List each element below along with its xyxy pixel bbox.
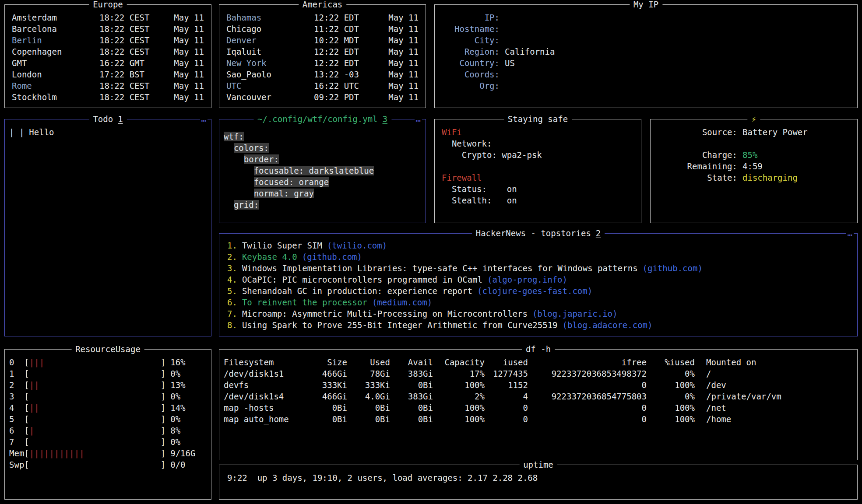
df-cell: 1152	[485, 379, 528, 391]
df-cell: 4	[485, 391, 528, 402]
bar-close-bracket: ]	[161, 403, 165, 413]
hn-story[interactable]: 4.OCaPIC: PIC microcontrollers programme…	[219, 274, 857, 285]
battery-field-label: State:	[651, 172, 737, 183]
panel-my-ip: My IP IP: Hostname: City: Region:Califor…	[434, 4, 858, 108]
config-line: focusable: darkslateblue	[219, 165, 426, 176]
hn-story-domain[interactable]: (github.com)	[302, 252, 362, 262]
hn-story-title[interactable]: Microamp: Asymmetric Multi-Processing on…	[242, 309, 528, 318]
hn-story-domain[interactable]: (blog.japaric.io)	[532, 309, 617, 318]
df-cell: /	[695, 368, 853, 379]
hn-story[interactable]: 1.Twilio Super SIM(twilio.com)	[219, 240, 857, 251]
resource-row: 4 [||]14%	[5, 402, 211, 413]
resource-label: 0	[9, 357, 24, 367]
hn-story-number: 2.	[227, 252, 237, 262]
hn-story-domain[interactable]: (blog.adacore.com)	[563, 320, 653, 330]
df-cell: 9223372036854775803	[528, 391, 647, 402]
clocks-americas-body: Bahamas12:22 EDTMay 11 Chicago11:22 CDTM…	[219, 5, 426, 103]
clock-date: May 11	[388, 23, 419, 35]
ip-row: Coords:	[435, 69, 857, 80]
hn-story[interactable]: 6.To reinvent the processor(medium.com)	[219, 297, 857, 308]
hn-story[interactable]: 3.Windows Implementation Libraries: type…	[219, 262, 857, 274]
ip-row: Country:US	[435, 57, 857, 69]
clock-time: 16:22 UTC	[314, 80, 382, 91]
hn-story-title[interactable]: Keybase 4.0	[242, 252, 297, 262]
panel-title-df: df -h	[522, 343, 555, 355]
config-indent	[224, 166, 254, 175]
config-line: border:	[219, 154, 426, 165]
hn-story-title[interactable]: OCaPIC: PIC microcontrollers programmed …	[242, 275, 482, 284]
panel-config-viewer[interactable]: ~/.config/wtf/config.yml3 … wtf: colors:…	[219, 119, 426, 223]
todo-checkbox[interactable]: | |	[9, 127, 24, 137]
clock-row: Bahamas12:22 EDTMay 11	[219, 12, 426, 23]
hn-story-domain[interactable]: (twilio.com)	[327, 241, 387, 250]
battery-field-label: Charge:	[651, 149, 737, 161]
panel-ellipsis-icon: …	[415, 113, 422, 124]
df-header-cell: Mounted on	[695, 357, 853, 368]
ip-row: Org:	[435, 80, 857, 91]
df-data-row: /dev/disk1s1466Gi78Gi383Gi17%12774359223…	[219, 368, 857, 379]
resource-bar: |||||||||||	[29, 448, 161, 459]
hn-story-title[interactable]: To reinvent the processor	[242, 298, 367, 307]
panel-todo[interactable]: Todo1 … | |Hello	[4, 119, 211, 336]
df-cell: 100%	[647, 402, 695, 413]
resource-row: 6 [|]8%	[5, 425, 211, 436]
panel-title-label: Staying safe	[508, 114, 568, 124]
config-code-text: border:	[244, 154, 279, 164]
clock-date: May 11	[174, 35, 204, 46]
ip-field-label: Org:	[435, 80, 500, 91]
clock-date: May 11	[388, 12, 419, 23]
resource-row: Swp[]0/0	[5, 459, 211, 470]
df-data-row: /dev/disk1s4466Gi4.0Gi383Gi2%49223372036…	[219, 391, 857, 402]
clock-time: 18:22 CEST	[99, 12, 168, 23]
clock-city: Stockholm	[12, 91, 99, 103]
hn-story-title[interactable]: Windows Implementation Libraries: type-s…	[242, 263, 638, 273]
safe-line: Stealth: on	[435, 195, 641, 206]
ip-field-label: Country:	[435, 57, 500, 69]
hn-story[interactable]: 8.Using Spark to Prove 255-Bit Integer A…	[219, 319, 857, 331]
df-cell: 466Gi	[289, 368, 347, 379]
df-cell: 333Ki	[347, 379, 390, 391]
hn-story[interactable]: 7.Microamp: Asymmetric Multi-Processing …	[219, 308, 857, 319]
clock-city: Iqaluit	[226, 46, 314, 57]
df-header-cell: Used	[347, 357, 390, 368]
resource-label: 5	[9, 414, 24, 424]
bar-open-bracket: [	[24, 357, 29, 367]
clock-time: 13:22 -03	[314, 69, 382, 80]
safe-line: Status: on	[435, 183, 641, 195]
bar-close-bracket: ]	[161, 369, 165, 378]
safe-line	[435, 161, 641, 172]
df-cell: 0Bi	[347, 413, 390, 425]
panel-title-label: ResourceUsage	[75, 344, 141, 354]
df-body: FilesystemSizeUsedAvailCapacityiusedifre…	[219, 350, 857, 425]
ip-row: City:	[435, 35, 857, 46]
clock-row: Berlin18:22 CESTMay 11	[5, 35, 211, 46]
battery-field-label: Remaining:	[651, 161, 737, 172]
ip-field-value: California	[505, 46, 555, 57]
resource-value: 9/16G	[170, 448, 195, 458]
config-code-text: grid:	[234, 200, 259, 210]
df-data-row: map auto_home0Bi0Bi0Bi100%00100%/home	[219, 413, 857, 425]
hn-story-domain[interactable]: (medium.com)	[372, 298, 432, 307]
clock-city: Copenhagen	[12, 46, 99, 57]
todo-item-text: Hello	[29, 127, 54, 137]
panel-title-label: Europe	[93, 0, 123, 9]
hn-story-domain[interactable]: (clojure-goes-fast.com)	[477, 286, 592, 296]
hn-story[interactable]: 5.Shenandoah GC in production: experienc…	[219, 285, 857, 297]
resource-value: 14%	[170, 403, 185, 413]
panel-hackernews[interactable]: HackerNews - topstories2 … 1.Twilio Supe…	[219, 233, 858, 336]
hn-story-title[interactable]: Using Spark to Prove 255-Bit Integer Ari…	[242, 320, 558, 330]
clock-row: Denver10:22 MDTMay 11	[219, 35, 426, 46]
hn-story-title[interactable]: Twilio Super SIM	[242, 241, 322, 250]
clock-date: May 11	[388, 69, 419, 80]
resource-label: 4	[9, 403, 24, 413]
hn-story[interactable]: 2.Keybase 4.0(github.com)	[219, 251, 857, 262]
safe-line: WiFi	[435, 126, 641, 138]
config-indent	[224, 200, 234, 210]
todo-item[interactable]: | |Hello	[5, 126, 211, 138]
hn-story-domain[interactable]: (algo-prog.info)	[487, 275, 567, 284]
resource-row: 3 []0%	[5, 391, 211, 402]
clock-row: New_York12:22 EDTMay 11	[219, 57, 426, 69]
hn-story-title[interactable]: Shenandoah GC in production: experience …	[242, 286, 472, 296]
clock-row: Barcelona18:22 CESTMay 11	[5, 23, 211, 35]
hn-story-domain[interactable]: (github.com)	[643, 263, 703, 273]
